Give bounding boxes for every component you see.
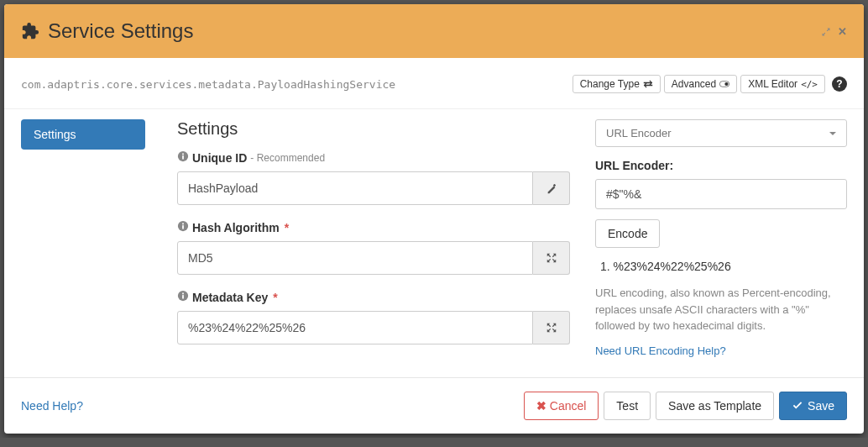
svg-rect-7: [182, 224, 184, 225]
encoder-type-dropdown[interactable]: URL Encoder: [595, 119, 847, 147]
encode-button[interactable]: Encode: [595, 219, 660, 248]
toggle-icon: [719, 79, 729, 89]
required-indicator: *: [285, 221, 289, 234]
need-help-link[interactable]: Need Help?: [21, 399, 83, 413]
encoder-panel: URL Encoder URL Encoder: Encode %23%24%2…: [595, 119, 847, 357]
svg-rect-6: [182, 225, 184, 229]
cancel-x-icon: ✖: [536, 399, 546, 413]
info-icon[interactable]: [177, 150, 189, 165]
magic-wand-button[interactable]: [533, 171, 570, 205]
hash-algorithm-input[interactable]: [177, 241, 533, 275]
svg-rect-3: [182, 155, 184, 159]
tab-settings[interactable]: Settings: [21, 119, 145, 150]
modal-title: Service Settings: [48, 19, 193, 43]
unique-id-input[interactable]: [177, 171, 533, 205]
svg-rect-4: [182, 154, 184, 155]
metadata-key-label: Metadata Key *: [177, 290, 570, 304]
expand-field-button[interactable]: [533, 241, 570, 275]
expand-field-button[interactable]: [533, 311, 570, 344]
save-template-button[interactable]: Save as Template: [656, 392, 774, 420]
test-button[interactable]: Test: [604, 392, 651, 420]
service-settings-modal: Service Settings ✕ com.adaptris.core.ser…: [4, 4, 864, 434]
xml-editor-button[interactable]: XML Editor </>: [740, 75, 825, 93]
help-icon[interactable]: ?: [832, 76, 847, 92]
unique-id-label: Unique ID - Recommended: [177, 150, 570, 165]
modal-header: Service Settings ✕: [4, 4, 864, 58]
encoding-help-link[interactable]: Need URL Encoding Help?: [595, 344, 726, 357]
svg-point-1: [725, 82, 729, 86]
header-button-group: Change Type Advanced XML Editor </> ?: [573, 75, 847, 93]
encoder-description: URL encoding, also known as Percent-enco…: [595, 285, 847, 334]
svg-rect-9: [182, 295, 184, 298]
main-settings-panel: Settings Unique ID - Recommended Hash Al…: [162, 119, 595, 357]
encoder-section-label: URL Encoder:: [595, 159, 847, 172]
cancel-button[interactable]: ✖ Cancel: [524, 392, 599, 420]
sidebar: Settings: [21, 119, 162, 357]
expand-icon[interactable]: [821, 25, 831, 38]
hash-algorithm-label: Hash Algorithm *: [177, 220, 570, 234]
modal-footer: Need Help? ✖ Cancel Test Save as Templat…: [4, 377, 864, 434]
change-type-button[interactable]: Change Type: [573, 75, 661, 93]
advanced-button[interactable]: Advanced: [664, 75, 737, 93]
swap-icon: [643, 79, 653, 89]
service-classname: com.adaptris.core.services.metadata.Payl…: [21, 78, 395, 91]
metadata-key-input[interactable]: [177, 311, 533, 344]
modal-body: Settings Settings Unique ID - Recommende…: [4, 109, 864, 377]
chevron-down-icon: [829, 132, 836, 135]
settings-heading: Settings: [177, 119, 570, 139]
sub-header: com.adaptris.core.services.metadata.Payl…: [4, 58, 864, 109]
save-button[interactable]: Save: [779, 392, 847, 420]
info-icon[interactable]: [177, 220, 189, 234]
encoder-input[interactable]: [595, 179, 847, 209]
info-icon[interactable]: [177, 290, 189, 304]
encoder-results: %23%24%22%25%26: [600, 260, 847, 273]
required-indicator: *: [273, 291, 277, 304]
encoder-result-item: %23%24%22%25%26: [600, 260, 847, 273]
puzzle-icon: [21, 22, 39, 40]
check-icon: [792, 400, 803, 412]
close-icon[interactable]: ✕: [838, 25, 847, 38]
code-icon: </>: [801, 79, 818, 90]
svg-rect-10: [182, 293, 184, 295]
